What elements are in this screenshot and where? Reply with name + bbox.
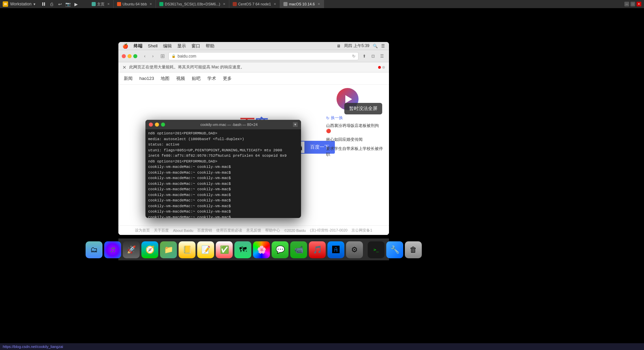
url-bar[interactable]: 🔒 baidu.com ↻ — [168, 52, 359, 60]
menu-help[interactable]: 帮助 — [206, 43, 214, 49]
forward-button[interactable]: › — [150, 53, 156, 60]
term-close[interactable] — [149, 123, 153, 127]
play-icon — [345, 95, 352, 103]
terminal-body[interactable]: nd6 options=201<PERFORMNUD,DAD> media: a… — [145, 129, 301, 218]
fullscreen-tooltip: 暂时没法全屏 — [344, 103, 382, 114]
news-item-3[interactable]: 要求学生自带床板上学校长被停职 — [326, 146, 384, 157]
footer-help[interactable]: 帮助中心 — [265, 228, 280, 233]
terminal-window[interactable]: cookily-vm-mac — -bash — 80×24 ▼ nd6 opt… — [145, 120, 301, 218]
tab-macos-close[interactable]: ✕ — [318, 2, 320, 6]
dock-launchpad[interactable]: 🚀 — [123, 241, 140, 258]
terminal-scroll-btn[interactable]: ▼ — [293, 122, 298, 127]
close-button[interactable]: ✕ — [637, 2, 641, 6]
footer-about[interactable]: 关于百度 — [154, 228, 169, 233]
back-button[interactable]: ‹ — [141, 53, 148, 60]
term-line-10: cookily-vm-macdeMac:~ cookily-vm-mac$ — [148, 181, 298, 187]
menu-right-area: 🖥 周四 上午5:39 🔍 ☰ — [337, 43, 385, 49]
footer-terms[interactable]: 使用百度前必读 — [216, 228, 242, 233]
tab-centos-close[interactable]: ✕ — [274, 2, 276, 6]
tab-home-close[interactable]: ✕ — [107, 2, 110, 6]
apple-menu[interactable]: 🍎 — [122, 43, 128, 49]
menu-edit[interactable]: 编辑 — [163, 43, 172, 49]
menu-display[interactable]: 显示 — [177, 43, 186, 49]
pause-button[interactable] — [40, 1, 47, 7]
dock-photos[interactable]: 🌸 — [253, 241, 270, 258]
nav-video[interactable]: 视频 — [176, 75, 185, 82]
sidebar-refresh[interactable]: ↻ 换一换 — [326, 115, 384, 121]
dock-sysprefs[interactable]: ⚙ — [346, 241, 363, 258]
nav-maps[interactable]: 地图 — [161, 75, 169, 82]
sidebar-toggle-button[interactable]: ☰ — [378, 52, 386, 60]
screenshot-button[interactable]: ⎙ — [48, 1, 55, 7]
tab-macos[interactable]: macOS 10.14.6 ✕ — [280, 0, 324, 8]
dock-settings[interactable]: 🔧 — [386, 241, 403, 258]
nav-tieba[interactable]: 贴吧 — [192, 75, 201, 82]
footer-marketing[interactable]: 百度营销 — [197, 228, 212, 233]
url-lock-icon: 🔒 — [171, 54, 176, 58]
term-line-8: cookily-vm-macdeMac:~ cookily-vm-mac$ — [148, 170, 298, 176]
dock-reminders[interactable]: ✅ — [216, 241, 233, 258]
dock-music[interactable]: 🎵 — [309, 241, 326, 258]
dock-notes[interactable]: 📒 — [179, 241, 196, 258]
footer-feedback[interactable]: 意见反馈 — [246, 228, 261, 233]
close-light[interactable] — [122, 54, 126, 58]
tab-centos[interactable]: CentOS 7 64 node1 ✕ — [229, 0, 280, 8]
add-tab-button[interactable]: ⊞ — [158, 52, 166, 60]
term-line-16: cookily-vm-macdeMac:~ cookily-vm-mac$ — [148, 215, 298, 218]
term-line-9: cookily-vm-macdeMac:~ cookily-vm-mac$ — [148, 175, 298, 181]
menu-time: 周四 上午5:39 — [344, 43, 369, 49]
dock-stickies[interactable]: 📝 — [197, 241, 214, 258]
dock-appstore[interactable]: 🅰 — [327, 241, 344, 258]
maximize-button[interactable]: □ — [630, 2, 635, 6]
menu-window[interactable]: 窗口 — [191, 43, 200, 49]
tab-ubuntu[interactable]: Ubuntu 64 bbb ✕ — [114, 0, 156, 8]
tab-ubuntu-close[interactable]: ✕ — [150, 2, 152, 6]
fullscreen-light[interactable] — [133, 54, 137, 58]
dock-messages[interactable]: 💬 — [272, 241, 289, 258]
minimize-light[interactable] — [128, 54, 132, 58]
dock-maps[interactable]: 🗺 — [234, 241, 251, 258]
nav-news[interactable]: 新闻 — [124, 75, 133, 82]
term-line-7: cookily-vm-macdeMac:~ cookily-vm-mac$ — [148, 164, 298, 170]
revert-button[interactable]: ↩ — [56, 1, 63, 7]
footer-about-en[interactable]: About Baidu — [173, 228, 193, 233]
macos-menubar: 🍎 终端 Shell 编辑 显示 窗口 帮助 🖥 周四 上午5:39 🔍 ☰ — [118, 42, 389, 50]
tab-ds-close[interactable]: ✕ — [223, 2, 226, 6]
menu-shell[interactable]: Shell — [148, 43, 158, 48]
snapshot-button[interactable]: 📷 — [65, 1, 71, 7]
reload-icon[interactable]: ↻ — [352, 54, 355, 59]
baidu-sidebar: ↻ 换一换 山西襄汾坍塌饭店老板被刑拘 🔴 林心如回应婚变传闻 要求学生自带床板… — [326, 115, 384, 161]
tab-ds[interactable]: DS3617xs_SCSI(1.03b+DSM6...) ✕ — [156, 0, 229, 8]
term-fullscreen[interactable] — [161, 123, 165, 127]
dock-trash[interactable]: 🗑 — [405, 241, 422, 258]
nav-hao123[interactable]: hao123 — [139, 76, 154, 81]
minimize-button[interactable]: ─ — [624, 2, 629, 6]
news-item-2[interactable]: 林心如回应婚变传闻 — [326, 137, 384, 143]
vmware-dropdown-arrow[interactable]: ▾ — [33, 2, 36, 6]
vmware-titlebar: W Workstation ▾ ⎙ ↩ 📷 ▶ 主页 ✕ Ubuntu 64 b… — [0, 0, 644, 8]
add-bookmark-button[interactable]: ⊡ — [369, 52, 377, 60]
term-minimize[interactable] — [155, 123, 159, 127]
dock-files[interactable]: 📁 — [160, 241, 177, 258]
footer-security: 京公网安备1 — [351, 228, 372, 233]
share-button[interactable]: ⬆ — [361, 52, 368, 60]
notification-close-button[interactable]: ✕ — [122, 65, 127, 70]
notification-dots — [378, 66, 385, 69]
footer-setsHomepage[interactable]: 设为首页 — [135, 228, 150, 233]
menu-terminal[interactable]: 终端 — [134, 43, 142, 49]
nav-more[interactable]: 更多 — [223, 75, 232, 82]
menu-search-icon[interactable]: 🔍 — [373, 44, 378, 48]
tab-home[interactable]: 主页 ✕ — [88, 0, 114, 8]
dock-facetime[interactable]: 📹 — [290, 241, 307, 258]
menu-control-center-icon[interactable]: ☰ — [381, 44, 385, 48]
dock-siri[interactable]: 🎵 — [104, 241, 121, 258]
news-item-1[interactable]: 山西襄汾坍塌饭店老板被刑拘 🔴 — [326, 123, 384, 133]
dock-safari[interactable]: 🧭 — [141, 241, 158, 258]
menu-display-icon[interactable]: 🖥 — [337, 44, 341, 48]
dock-terminal[interactable]: >_ — [368, 241, 385, 258]
term-line-14: cookily-vm-macdeMac:~ cookily-vm-mac$ — [148, 203, 298, 209]
send-button[interactable]: ▶ — [73, 1, 79, 7]
nav-academic[interactable]: 学术 — [207, 75, 216, 82]
vmware-logo: W — [3, 1, 8, 7]
dock-finder[interactable]: 🗂 — [86, 241, 102, 258]
